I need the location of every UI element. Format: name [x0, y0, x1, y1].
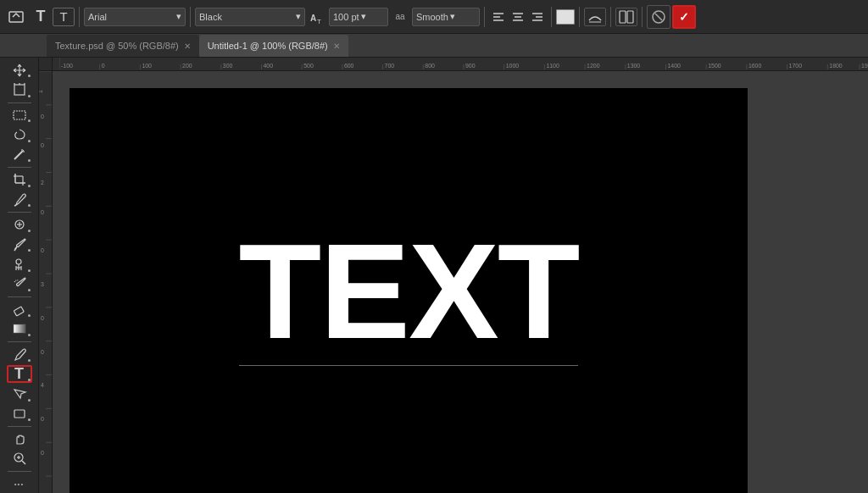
svg-text:100: 100: [142, 63, 152, 69]
svg-rect-40: [14, 410, 25, 418]
horizontal-ruler: -100 0 100 200 300 400 500: [39, 58, 868, 71]
eyedropper-tool[interactable]: [7, 191, 32, 208]
home-button[interactable]: [3, 4, 29, 30]
tab-texture-close[interactable]: ✕: [184, 42, 191, 51]
svg-text:1700: 1700: [789, 63, 803, 69]
zoom-tool[interactable]: [7, 450, 32, 468]
svg-rect-14: [627, 11, 633, 23]
corner-indicator: [28, 249, 31, 252]
shape-tool[interactable]: [7, 405, 32, 423]
svg-text:400: 400: [263, 63, 273, 69]
hand-tool[interactable]: [7, 429, 32, 447]
corner-indicator: [28, 95, 31, 97]
separator-5: [579, 7, 580, 27]
warp-text-button[interactable]: [584, 8, 606, 26]
antialiasing-value: Smooth: [416, 12, 448, 22]
toolbar-text-icon[interactable]: T: [31, 7, 51, 27]
more-tools-button[interactable]: •••: [7, 475, 32, 493]
crop-icon: [12, 172, 27, 187]
align-left-button[interactable]: [489, 8, 508, 26]
cancel-button[interactable]: [647, 5, 670, 29]
svg-text:1: 1: [39, 90, 43, 93]
svg-rect-13: [620, 11, 626, 23]
path-selection-tool[interactable]: [7, 385, 32, 402]
artboard-tool[interactable]: [7, 80, 32, 98]
svg-text:1000: 1000: [506, 63, 520, 69]
text-color-swatch[interactable]: [556, 9, 575, 25]
corner-indicator: [28, 399, 31, 402]
crop-tool[interactable]: [7, 171, 32, 189]
svg-text:3: 3: [41, 281, 44, 287]
corner-indicator: [28, 204, 31, 207]
svg-text:1600: 1600: [748, 63, 762, 69]
antialiasing-icon: aa: [390, 7, 410, 27]
eraser-tool[interactable]: [7, 301, 32, 319]
corner-indicator: [28, 269, 31, 272]
svg-text:0: 0: [41, 114, 44, 119]
svg-text:0: 0: [41, 349, 44, 355]
align-right-button[interactable]: [528, 8, 547, 26]
history-brush-tool[interactable]: [7, 275, 32, 293]
svg-rect-17: [14, 85, 25, 95]
more-tools-icon: •••: [14, 480, 24, 488]
svg-text:1500: 1500: [708, 63, 721, 69]
svg-text:0: 0: [41, 247, 44, 253]
toolbar-text-style-icon[interactable]: T: [53, 8, 75, 26]
svg-line-42: [22, 461, 25, 464]
svg-text:2: 2: [41, 180, 44, 186]
corner-indicator: [28, 119, 31, 122]
clone-tool[interactable]: [7, 255, 32, 273]
font-family-chevron: ▾: [176, 11, 181, 22]
font-size-dropdown[interactable]: 100 pt ▾: [329, 8, 388, 26]
ruler-h-svg: -100 0 100 200 300 400 500: [59, 58, 868, 69]
antialiasing-dropdown[interactable]: Smooth ▾: [412, 8, 480, 26]
svg-text:200: 200: [182, 63, 192, 69]
tools-separator-1: [8, 102, 31, 103]
svg-rect-21: [14, 111, 25, 119]
marquee-tool[interactable]: [7, 106, 32, 124]
tools-separator-7: [8, 471, 31, 472]
brush-tool[interactable]: [7, 235, 32, 253]
tab-untitled-close[interactable]: ✕: [333, 42, 340, 51]
main-toolbar: T T Arial ▾ Black ▾ A T 100 pt ▾ aa Smoo…: [0, 0, 868, 34]
pen-icon: [12, 346, 27, 362]
canvas-text-element[interactable]: TEXT: [239, 224, 579, 359]
toggle-char-panel-button[interactable]: [615, 8, 637, 26]
shape-icon: [12, 406, 27, 421]
move-icon: [12, 63, 27, 78]
svg-text:0: 0: [41, 315, 44, 321]
heal-tool[interactable]: [7, 216, 32, 234]
font-family-value: Arial: [88, 12, 107, 22]
svg-text:0: 0: [41, 416, 44, 422]
font-family-dropdown[interactable]: Arial ▾: [84, 8, 186, 26]
corner-indicator: [28, 334, 31, 336]
move-tool[interactable]: [7, 61, 32, 79]
separator-2: [190, 7, 191, 27]
main-area: T: [0, 58, 868, 493]
align-center-button[interactable]: [509, 8, 527, 26]
heal-icon: [12, 217, 27, 232]
hand-icon: [12, 431, 27, 446]
corner-indicator: [28, 289, 31, 291]
corner-indicator: [28, 359, 31, 362]
align-left-icon: [492, 10, 505, 24]
canvas-viewport[interactable]: TEXT: [53, 71, 868, 493]
align-group: [489, 8, 547, 26]
separator-1: [79, 7, 80, 27]
pen-tool[interactable]: [7, 346, 32, 363]
tab-texture[interactable]: Texture.psd @ 50% (RGB/8#) ✕: [47, 35, 199, 57]
svg-text:500: 500: [303, 63, 314, 69]
font-color-dropdown[interactable]: Black ▾: [195, 8, 305, 26]
corner-indicator: [28, 140, 31, 142]
eyedropper-icon: [12, 192, 27, 208]
magic-wand-tool[interactable]: [7, 146, 32, 163]
commit-button[interactable]: ✓: [672, 5, 696, 29]
corner-indicator: [28, 314, 31, 317]
content-with-ruler: 1 0 0 2 0 0 3 0: [39, 71, 868, 493]
tab-untitled[interactable]: Untitled-1 @ 100% (RGB/8#) ✕: [199, 35, 348, 57]
separator-7: [642, 7, 643, 27]
text-tool[interactable]: T: [7, 365, 32, 383]
lasso-tool[interactable]: [7, 125, 32, 143]
corner-indicator: [28, 159, 31, 162]
gradient-tool[interactable]: [7, 320, 32, 338]
